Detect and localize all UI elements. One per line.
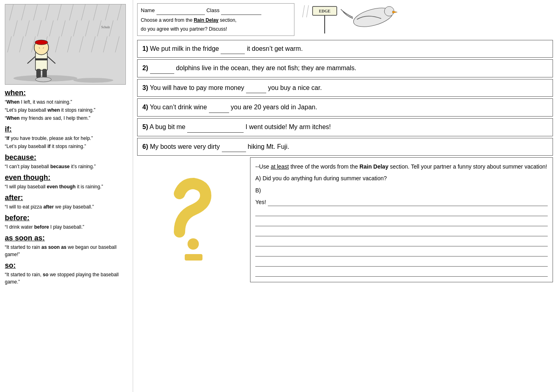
vocab-example: “Let’s play baseball if it stops raining…	[5, 143, 128, 150]
write-line-yes	[268, 197, 548, 206]
svg-text:Schulz: Schulz	[101, 25, 110, 29]
svg-point-31	[73, 78, 113, 83]
header-instruction: Choose a word from the Rain Delay sectio…	[141, 16, 291, 33]
header-box: Name Class Choose a word from the Rain D…	[137, 3, 553, 36]
bottom-right: --Use at least three of the words from t…	[250, 157, 553, 282]
header-image: EDGE	[298, 3, 411, 35]
vocab-section: before:“I drink water before I play base…	[5, 214, 128, 231]
vocab-section: if:“If you have trouble, please ask for …	[5, 125, 128, 150]
vocab-word: even though:	[5, 173, 128, 182]
vocab-word: after:	[5, 194, 128, 202]
vocab-word: if:	[5, 125, 128, 133]
vocab-container: when:“When I left, it was not raining.”“…	[5, 89, 128, 286]
question-a: A) Did you do anything fun during summer…	[255, 173, 548, 183]
svg-text:EDGE: EDGE	[319, 9, 331, 13]
class-underline	[221, 5, 261, 15]
svg-point-42	[35, 77, 52, 82]
sentence-box: 3) You will have to pay more money you b…	[137, 79, 553, 97]
svg-marker-49	[392, 11, 397, 13]
vocab-word: as soon as:	[5, 234, 128, 242]
write-line-5	[255, 248, 548, 256]
vocab-example: “I drink water before I play baseball.”	[5, 223, 128, 231]
vocab-word: when:	[5, 89, 128, 97]
vocab-example: “It started to rain, so we stopped playi…	[5, 271, 128, 286]
svg-point-34	[35, 40, 48, 45]
vocab-section: as soon as:“It started to rain as soon a…	[5, 234, 128, 258]
vocab-example: “I will play baseball even though it is …	[5, 183, 128, 190]
vocab-example: “If you have trouble, please ask for hel…	[5, 135, 128, 142]
svg-rect-38	[43, 69, 47, 78]
write-line-6	[255, 258, 548, 267]
svg-line-50	[302, 5, 305, 17]
svg-rect-41	[35, 58, 48, 60]
name-label: Name	[141, 6, 155, 15]
write-line-1	[255, 207, 548, 216]
svg-rect-37	[37, 69, 41, 78]
sentence-box: 4) You can’t drink wine you are 20 years…	[137, 98, 553, 117]
sentence-box: 2) dolphins live in the ocean, they are …	[137, 59, 553, 77]
svg-line-51	[307, 5, 309, 17]
vocab-word: so:	[5, 261, 128, 270]
sentences-container: 1) We put milk in the fridge it doesn’t …	[137, 40, 553, 156]
vocab-example: “When my friends are sad, I help them.”	[5, 115, 128, 122]
vocab-word: because:	[5, 153, 128, 162]
bottom-instruction: --Use at least three of the words from t…	[255, 162, 548, 172]
write-line-3	[255, 227, 548, 236]
vocab-example: “It started to rain as soon as we began …	[5, 244, 128, 258]
class-label: Class	[207, 6, 220, 15]
write-line-4	[255, 238, 548, 246]
vocab-section: when:“When I left, it was not raining.”“…	[5, 89, 128, 122]
name-line: Name Class	[141, 5, 291, 15]
bottom-left	[137, 157, 250, 282]
bottom-section: --Use at least three of the words from t…	[137, 157, 553, 282]
name-underline	[156, 5, 205, 15]
vocab-example: “When I left, it was not raining.”	[5, 98, 128, 106]
left-panel: Schulz when:“When I left, it was not rai…	[0, 0, 133, 392]
write-line-2	[255, 217, 548, 226]
question-b: B)	[255, 186, 548, 196]
right-panel: Name Class Choose a word from the Rain D…	[133, 0, 557, 286]
sentence-box: 6) My boots were very dirty hiking Mt. F…	[137, 138, 553, 156]
vocab-example: “Let’s play baseball when it stops raini…	[5, 106, 128, 114]
sentence-box: 5) A bug bit me I went outside! My arm i…	[137, 118, 553, 136]
vocab-section: after:“I will to eat pizza after we play…	[5, 194, 128, 211]
comic-image: Schulz	[5, 4, 126, 85]
header-form: Name Class Choose a word from the Rain D…	[137, 3, 294, 36]
vocab-word: before:	[5, 214, 128, 222]
svg-point-52	[188, 238, 199, 250]
write-line-7	[255, 268, 548, 277]
vocab-section: so:“It started to rain, so we stopped pl…	[5, 261, 128, 286]
svg-rect-0	[6, 4, 125, 84]
vocab-example: “I will to eat pizza after we play baseb…	[5, 203, 128, 211]
vocab-section: even though:“I will play baseball even t…	[5, 173, 128, 190]
vocab-section: because:“I can’t play baseball because i…	[5, 153, 128, 170]
vocab-example: “I can’t play baseball because it’s rain…	[5, 163, 128, 170]
sentence-box: 1) We put milk in the fridge it doesn’t …	[137, 40, 553, 58]
svg-rect-53	[185, 254, 202, 261]
yes-label: Yes!	[255, 197, 266, 207]
yes-line: Yes!	[255, 197, 548, 207]
